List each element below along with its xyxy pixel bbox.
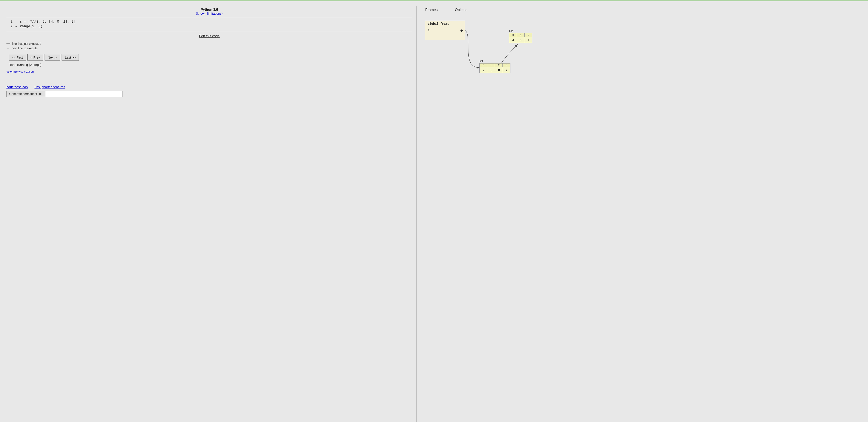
separator: |	[31, 85, 31, 89]
first-button[interactable]: << First	[9, 54, 26, 61]
list1-index-1: 1	[517, 33, 525, 37]
python-limitations-link[interactable]: (known limitations)	[196, 11, 223, 15]
code-block: 1 s = [7//3, 5, [4, 0, 1], 2] 2 → range(…	[6, 17, 412, 31]
list1-index-0: 0	[509, 33, 517, 37]
legend-item-2: → next line to execute	[6, 46, 412, 50]
code-line-2: 2 → range(3, 6)	[6, 24, 412, 29]
frames-title: Frames	[425, 8, 438, 12]
list2-label: list	[479, 59, 510, 63]
python-version: Python 3.6 (known limitations)	[6, 8, 412, 15]
about-ads-link[interactable]: bout these ads	[6, 85, 28, 89]
list2-val-0: 2	[479, 67, 487, 73]
global-frame-title: Global frame	[428, 22, 463, 26]
list1-val-1: 0·	[517, 37, 525, 43]
legend: line that just executed → next line to e…	[6, 42, 412, 50]
s-pointer-dot	[461, 30, 463, 32]
perm-link-input[interactable]	[45, 91, 123, 97]
line-num-1: 1	[6, 20, 12, 24]
list2-values: 2 5 2	[479, 67, 510, 73]
code-text-1: s = [7//3, 5, [4, 0, 1], 2]	[20, 20, 75, 24]
list1-values: 4 0· 1	[509, 37, 532, 43]
line-num-2: 2	[6, 25, 12, 28]
list1-val-0: 4	[509, 37, 517, 43]
list2-indices: 0 1 2 3	[479, 63, 510, 67]
objects-title: Objects	[455, 8, 467, 12]
next-button[interactable]: Next >	[44, 54, 61, 61]
code-line-1: 1 s = [7//3, 5, [4, 0, 1], 2]	[6, 19, 412, 24]
prev-button[interactable]: < Prev	[27, 54, 43, 61]
generate-perm-link-button[interactable]: Generate permanent link	[6, 91, 45, 97]
visualization-area: Global frame s list 0 1 2 4 0· 1	[425, 17, 576, 85]
list2-val-3: 2	[503, 67, 510, 73]
legend-dash-icon	[6, 43, 10, 44]
frame-s-row: s	[428, 29, 463, 32]
legend-text-2: next line to execute	[11, 47, 38, 50]
unsupported-features-link[interactable]: unsupported features	[34, 85, 65, 89]
edit-link-container: Edit this code	[6, 34, 412, 38]
right-header: Frames Objects	[425, 8, 864, 12]
list2-index-2: 2	[495, 63, 503, 67]
list2-val-2-dot	[498, 69, 500, 71]
last-button[interactable]: Last >>	[62, 54, 79, 61]
legend-item-1: line that just executed	[6, 42, 412, 46]
main-container: Python 3.6 (known limitations) 1 s = [7/…	[0, 1, 868, 422]
customize-visualization-link[interactable]: ustomize visualization	[6, 70, 34, 73]
list2-val-1: 5	[487, 67, 495, 73]
bottom-links: bout these ads | unsupported features	[6, 82, 412, 91]
nav-buttons: << First < Prev Next > Last >>	[6, 54, 412, 61]
list1-val-2: 1	[525, 37, 532, 43]
python-title: Python 3.6	[6, 8, 412, 11]
list2-index-0: 0	[479, 63, 487, 67]
left-panel: Python 3.6 (known limitations) 1 s = [7/…	[0, 6, 416, 422]
frame-var-s: s	[428, 29, 430, 32]
right-panel: Frames Objects Global frame	[416, 6, 868, 422]
code-text-2: range(3, 6)	[20, 25, 42, 28]
list1-indices: 0 1 2	[509, 33, 532, 37]
list2-index-1: 1	[487, 63, 495, 67]
status-text: Done running (2 steps)	[6, 63, 412, 66]
list2-val-2	[495, 67, 503, 73]
arrow-1	[14, 20, 20, 24]
legend-text-1: line that just executed	[12, 42, 41, 46]
edit-this-code-link[interactable]: Edit this code	[199, 34, 220, 38]
global-frame-box: Global frame s	[425, 21, 465, 40]
perm-link-row: Generate permanent link	[6, 91, 412, 99]
list1-label: list	[509, 29, 532, 32]
list2-object: list 0 1 2 3 2 5 2	[479, 59, 510, 73]
legend-arrow-icon: →	[6, 46, 10, 50]
list1-index-2: 2	[525, 33, 532, 37]
list2-index-3: 3	[503, 63, 510, 67]
list1-object: list 0 1 2 4 0· 1	[509, 29, 532, 43]
arrow-2: →	[14, 25, 20, 28]
